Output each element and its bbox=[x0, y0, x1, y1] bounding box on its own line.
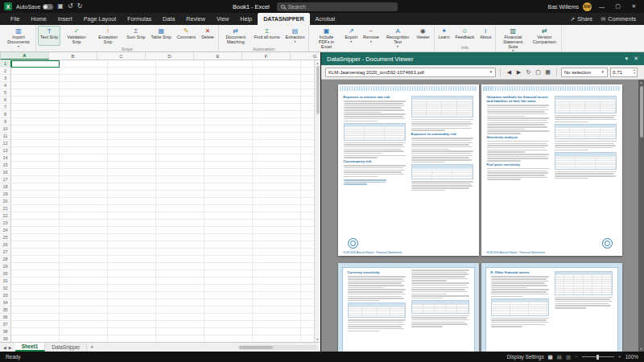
cell-C21[interactable] bbox=[108, 205, 156, 212]
cell-E17[interactable] bbox=[204, 176, 253, 183]
tab-data[interactable]: Data bbox=[157, 13, 180, 25]
cell-F16[interactable] bbox=[253, 169, 301, 176]
cell-F21[interactable] bbox=[253, 205, 301, 212]
cell-C18[interactable] bbox=[108, 183, 156, 191]
cell-B22[interactable] bbox=[60, 212, 108, 220]
cell-G1[interactable] bbox=[301, 60, 314, 68]
cell-E30[interactable] bbox=[204, 270, 253, 278]
cell-G5[interactable] bbox=[301, 89, 314, 97]
cell-C32[interactable] bbox=[108, 285, 156, 292]
row-header-24[interactable]: 24 bbox=[0, 227, 11, 234]
cell-E4[interactable] bbox=[204, 82, 253, 89]
cell-A39[interactable] bbox=[11, 335, 60, 342]
cell-B4[interactable] bbox=[60, 82, 108, 89]
cell-A18[interactable] bbox=[11, 183, 60, 191]
cell-A25[interactable] bbox=[11, 234, 60, 241]
cell-A5[interactable] bbox=[11, 89, 60, 97]
cell-D26[interactable] bbox=[156, 241, 204, 249]
cell-F30[interactable] bbox=[253, 270, 301, 278]
cell-A23[interactable] bbox=[11, 220, 60, 227]
cell-E32[interactable] bbox=[204, 285, 253, 292]
ribbon-button-version-comparison[interactable]: ⇄Version Comparison bbox=[529, 26, 559, 52]
cell-F17[interactable] bbox=[253, 176, 301, 183]
scroll-up-icon[interactable]: ▴ bbox=[316, 61, 318, 65]
cell-A17[interactable] bbox=[11, 176, 60, 183]
cell-G14[interactable] bbox=[301, 154, 314, 162]
cell-E20[interactable] bbox=[204, 198, 253, 205]
cell-B33[interactable] bbox=[60, 292, 108, 299]
cell-F26[interactable] bbox=[253, 241, 301, 249]
ribbon-button-validation-snip[interactable]: ✓Validation Snip bbox=[61, 26, 92, 46]
ribbon-button-import-documents[interactable]: ▥Import Documents▾ bbox=[3, 26, 34, 49]
cell-F36[interactable] bbox=[253, 314, 301, 321]
horizontal-scrollbar[interactable] bbox=[237, 345, 318, 350]
cell-F39[interactable] bbox=[253, 335, 301, 342]
fit-width-icon[interactable]: ▢ bbox=[534, 68, 543, 77]
row-header-13[interactable]: 13 bbox=[0, 147, 11, 154]
row-header-38[interactable]: 38 bbox=[0, 328, 11, 335]
cell-E27[interactable] bbox=[204, 249, 253, 256]
cell-C10[interactable] bbox=[108, 125, 156, 133]
cell-B9[interactable] bbox=[60, 118, 108, 125]
cell-C2[interactable] bbox=[108, 68, 156, 75]
cell-D3[interactable] bbox=[156, 75, 204, 82]
zoom-in-icon[interactable]: + bbox=[618, 354, 621, 360]
cell-F38[interactable] bbox=[253, 328, 301, 335]
row-header-15[interactable]: 15 bbox=[0, 162, 11, 169]
cell-G23[interactable] bbox=[301, 220, 314, 227]
cell-A11[interactable] bbox=[11, 133, 60, 140]
document-page-1[interactable]: Exposure to interest rate risk Counterpa… bbox=[338, 84, 479, 256]
cell-G37[interactable] bbox=[301, 321, 314, 328]
row-header-9[interactable]: 9 bbox=[0, 118, 11, 125]
scroll-down-icon[interactable]: ▾ bbox=[316, 337, 318, 341]
tab-review[interactable]: Review bbox=[180, 13, 211, 25]
cell-B34[interactable] bbox=[60, 299, 108, 306]
cell-G28[interactable] bbox=[301, 256, 314, 263]
row-header-4[interactable]: 4 bbox=[0, 82, 11, 89]
cell-G34[interactable] bbox=[301, 299, 314, 306]
cell-B38[interactable] bbox=[60, 328, 108, 335]
document-page-3[interactable]: Currency sensitivity bbox=[338, 263, 479, 352]
cell-E6[interactable] bbox=[204, 97, 253, 104]
tab-file[interactable]: File bbox=[5, 13, 26, 25]
cell-D21[interactable] bbox=[156, 205, 204, 212]
cell-F32[interactable] bbox=[253, 285, 301, 292]
row-header-1[interactable]: 1 bbox=[0, 60, 11, 68]
cell-A36[interactable] bbox=[11, 314, 60, 321]
cell-A28[interactable] bbox=[11, 256, 60, 263]
cell-F14[interactable] bbox=[253, 154, 301, 162]
cell-D35[interactable] bbox=[156, 306, 204, 314]
cell-B29[interactable] bbox=[60, 263, 108, 270]
cell-G24[interactable] bbox=[301, 227, 314, 234]
column-header-f[interactable]: F bbox=[242, 52, 291, 60]
cell-B20[interactable] bbox=[60, 198, 108, 205]
cell-F12[interactable] bbox=[253, 140, 301, 147]
scroll-down-icon[interactable]: ▾ bbox=[640, 347, 642, 351]
cell-D39[interactable] bbox=[156, 335, 204, 342]
cell-B18[interactable] bbox=[60, 183, 108, 191]
cell-F31[interactable] bbox=[253, 278, 301, 285]
cell-E19[interactable] bbox=[204, 191, 253, 198]
cell-C3[interactable] bbox=[108, 75, 156, 82]
cell-C6[interactable] bbox=[108, 97, 156, 104]
tab-formulas[interactable]: Formulas bbox=[122, 13, 157, 25]
cell-E9[interactable] bbox=[204, 118, 253, 125]
panel-menu-icon[interactable]: ▾ bbox=[625, 56, 629, 62]
cell-F37[interactable] bbox=[253, 321, 301, 328]
cell-F2[interactable] bbox=[253, 68, 301, 75]
cell-F18[interactable] bbox=[253, 183, 301, 191]
cell-B1[interactable] bbox=[60, 60, 108, 68]
sheet-tab-sheet1[interactable]: Sheet1 bbox=[15, 343, 46, 352]
comments-button[interactable]: ✉ Comments bbox=[601, 15, 636, 23]
panel-close-icon[interactable]: ✕ bbox=[634, 56, 638, 62]
rotate-icon[interactable]: ↻ bbox=[524, 68, 533, 77]
ribbon-button-remove[interactable]: −Remove▾ bbox=[361, 26, 382, 50]
cell-B7[interactable] bbox=[60, 104, 108, 111]
row-header-19[interactable]: 19 bbox=[0, 191, 11, 198]
column-header-b[interactable]: B bbox=[49, 52, 97, 60]
cell-C8[interactable] bbox=[108, 111, 156, 118]
cell-E35[interactable] bbox=[204, 306, 253, 314]
close-button[interactable]: ✕ bbox=[628, 3, 640, 10]
cell-G12[interactable] bbox=[301, 140, 314, 147]
cell-E10[interactable] bbox=[204, 125, 253, 133]
